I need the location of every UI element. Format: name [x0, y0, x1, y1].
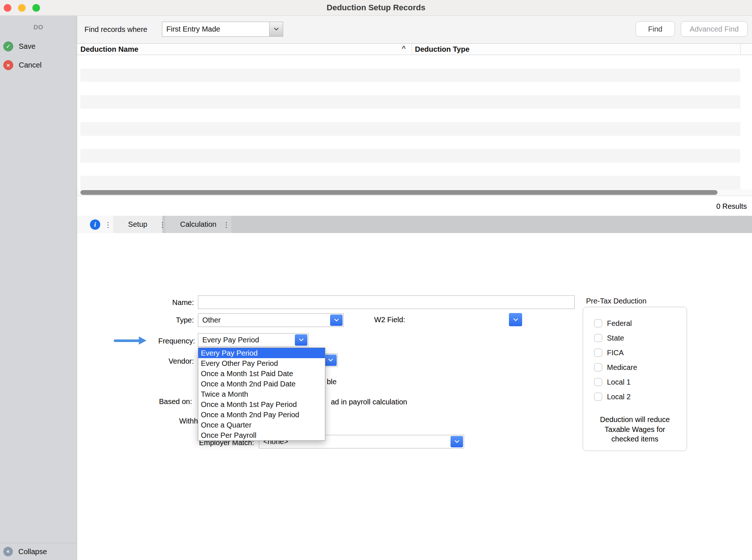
save-check-icon: ✓ — [3, 41, 13, 51]
advanced-find-button[interactable]: Advanced Find — [681, 21, 748, 37]
checkbox-row-state[interactable]: State — [583, 331, 687, 345]
titlebar: Deduction Setup Records — [0, 0, 752, 16]
drag-dots-icon[interactable]: ⋮ — [105, 220, 112, 229]
collapse-sidebar-button[interactable]: « Collapse — [0, 543, 77, 560]
state-label: State — [607, 334, 624, 342]
name-label: Name: — [110, 297, 194, 308]
name-input[interactable] — [198, 295, 575, 309]
sidebar: DO ✓ Save × Cancel — [0, 16, 77, 560]
column-divider — [412, 44, 412, 55]
menu-item[interactable]: Once a Quarter — [198, 420, 325, 430]
checkbox-row-medicare[interactable]: Medicare — [583, 360, 687, 375]
frequency-dropdown-value: Every Pay Period — [198, 336, 308, 344]
find-field-dropdown[interactable]: First Entry Made — [162, 22, 283, 37]
column-header-deduction-name[interactable]: Deduction Name — [80, 44, 138, 55]
results-table-header: Deduction Name ^ Deduction Type — [77, 43, 752, 55]
chevron-down-icon[interactable] — [269, 22, 283, 36]
menu-item[interactable]: Every Pay Period — [198, 348, 325, 358]
info-icon[interactable]: i — [90, 219, 100, 230]
chevron-down-icon[interactable] — [324, 354, 337, 366]
w2-field-dropdown-button[interactable] — [509, 313, 522, 326]
tab-setup[interactable]: Setup ⋮ — [113, 216, 162, 233]
find-records-where-label: Find records where — [84, 24, 147, 34]
taxable-label-fragment: ble — [327, 377, 337, 387]
frequency-label: Frequency: — [110, 336, 195, 346]
pretax-note: Deduction will reduce Taxable Wages for … — [583, 415, 687, 444]
menu-item[interactable]: Twice a Month — [198, 389, 325, 399]
state-checkbox[interactable] — [594, 334, 602, 342]
checkbox-row-fica[interactable]: FICA — [583, 345, 687, 360]
record-info-block: i ⋮ — [77, 216, 113, 233]
results-table-rows — [80, 55, 740, 189]
tab-calculation[interactable]: Calculation ⋮ — [165, 216, 231, 233]
find-button[interactable]: Find — [636, 21, 675, 37]
horizontal-scrollbar — [77, 189, 752, 196]
chevron-down-icon[interactable] — [451, 436, 463, 447]
tab-setup-label: Setup — [128, 220, 147, 229]
menu-item[interactable]: Once a Month 1st Pay Period — [198, 399, 325, 410]
frequency-dropdown-menu: Every Pay Period Every Other Pay Period … — [198, 348, 325, 441]
save-button[interactable]: ✓ Save — [3, 41, 36, 51]
payroll-calculation-label-fragment: ad in payroll calculation — [331, 397, 407, 407]
based-on-label: Based on: — [110, 396, 192, 407]
local1-checkbox[interactable] — [594, 378, 602, 386]
checkbox-row-local1[interactable]: Local 1 — [583, 375, 687, 389]
tab-calculation-label: Calculation — [180, 220, 217, 229]
withholding-label-fragment: Withh — [147, 416, 198, 426]
column-divider — [740, 44, 741, 55]
tab-bar: i ⋮ Setup ⋮ Calculation ⋮ — [77, 216, 752, 233]
w2-field-label: W2 Field: — [374, 314, 410, 325]
fica-checkbox[interactable] — [594, 349, 602, 357]
horizontal-scrollbar-thumb[interactable] — [80, 190, 717, 195]
find-field-dropdown-value: First Entry Made — [162, 25, 269, 33]
drag-dots-icon[interactable]: ⋮ — [223, 220, 230, 229]
menu-item[interactable]: Once a Month 1st Paid Date — [198, 368, 325, 379]
collapse-chevrons-icon: « — [3, 547, 13, 556]
collapse-label: Collapse — [18, 548, 47, 556]
cancel-button[interactable]: × Cancel — [3, 60, 41, 70]
menu-item[interactable]: Once Per Payroll — [198, 430, 325, 440]
app-window: Deduction Setup Records DO ✓ Save × Canc… — [0, 0, 752, 560]
medicare-checkbox[interactable] — [594, 363, 602, 371]
find-bar: Find records where First Entry Made Find… — [77, 16, 752, 43]
results-count: 0 Results — [716, 202, 747, 211]
type-dropdown[interactable]: Other — [198, 313, 344, 327]
local2-checkbox[interactable] — [594, 393, 602, 401]
menu-item[interactable]: Once a Month 2nd Pay Period — [198, 410, 325, 420]
menu-item[interactable]: Once a Month 2nd Paid Date — [198, 379, 325, 389]
chevron-down-icon[interactable] — [330, 314, 343, 326]
fica-label: FICA — [607, 349, 624, 357]
federal-checkbox[interactable] — [594, 319, 602, 327]
pretax-panel-title: Pre-Tax Deduction — [586, 296, 647, 306]
frequency-dropdown[interactable]: Every Pay Period — [198, 333, 308, 347]
vendor-label: Vendor: — [110, 356, 194, 366]
checkbox-row-federal[interactable]: Federal — [583, 316, 687, 331]
checkbox-row-local2[interactable]: Local 2 — [583, 389, 687, 404]
pretax-panel: Federal State FICA Medicare Local 1 Loca… — [583, 307, 687, 451]
sort-caret-icon[interactable]: ^ — [402, 44, 406, 52]
column-header-deduction-type[interactable]: Deduction Type — [415, 44, 470, 55]
federal-label: Federal — [607, 319, 632, 328]
cancel-x-icon: × — [3, 60, 13, 70]
window-title: Deduction Setup Records — [0, 3, 752, 12]
local2-label: Local 2 — [607, 393, 631, 401]
local1-label: Local 1 — [607, 378, 631, 386]
type-label: Type: — [110, 315, 194, 325]
type-dropdown-value: Other — [198, 316, 343, 324]
save-label: Save — [19, 42, 36, 51]
sidebar-header: DO — [0, 24, 77, 31]
cancel-label: Cancel — [19, 61, 41, 69]
chevron-down-icon[interactable] — [295, 334, 307, 346]
medicare-label: Medicare — [607, 363, 637, 372]
menu-item[interactable]: Every Other Pay Period — [198, 358, 325, 368]
